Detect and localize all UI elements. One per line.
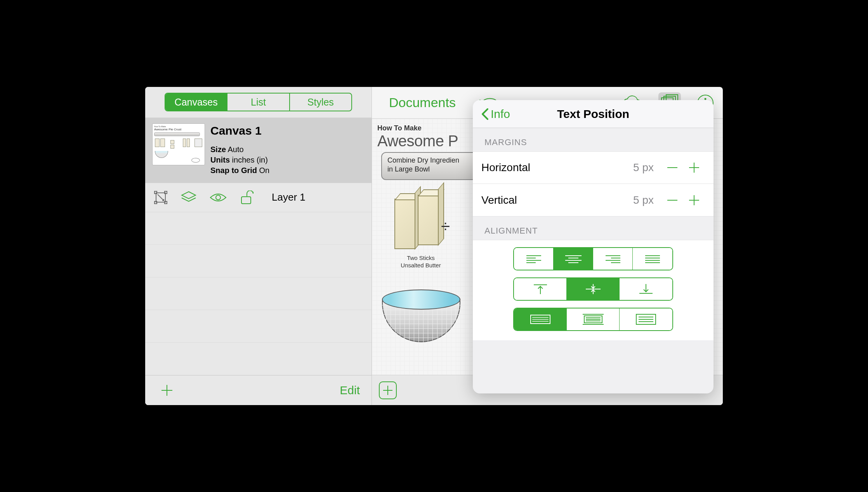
eye-icon[interactable] (210, 192, 227, 203)
vertical-margin-row: Vertical 5 px (473, 184, 713, 217)
svg-rect-8 (241, 197, 251, 204)
textflow-group (513, 308, 673, 331)
documents-button[interactable]: Documents (389, 95, 456, 110)
popover-title: Text Position (557, 107, 629, 121)
text-position-popover: Info Text Position MARGINS Horizontal 5 … (473, 100, 713, 393)
add-shape-button[interactable] (379, 381, 397, 399)
vertical-label: Vertical (481, 194, 633, 206)
popover-arrow (682, 100, 696, 102)
valign-group (513, 277, 673, 301)
edit-button[interactable]: Edit (340, 384, 360, 397)
vertical-decrement[interactable] (661, 194, 683, 207)
empty-rows (145, 212, 372, 375)
sidebar: Canvases List Styles How To Make Awesome… (145, 87, 372, 405)
tab-list[interactable]: List (227, 94, 290, 111)
align-left-button[interactable] (514, 248, 554, 270)
tab-canvases[interactable]: Canvases (165, 94, 227, 111)
overflow-clip-button[interactable] (514, 308, 567, 330)
margins-section-label: MARGINS (473, 128, 713, 151)
svg-line-5 (158, 194, 164, 201)
add-canvas-button[interactable] (160, 383, 174, 397)
layer-name: Layer 1 (272, 191, 306, 203)
main-area: Documents How To Make Awesome P Combine … (372, 87, 723, 405)
halign-group (513, 247, 673, 270)
popover-header: Info Text Position (473, 100, 713, 128)
horizontal-margin-row: Horizontal 5 px (473, 151, 713, 184)
svg-point-17 (705, 98, 707, 100)
svg-marker-6 (182, 192, 196, 199)
alignment-block (473, 240, 713, 340)
horizontal-increment[interactable] (683, 161, 705, 174)
overflow-show-button[interactable] (567, 308, 620, 330)
bowl-shape[interactable] (382, 289, 460, 338)
canvas-row-selected[interactable]: How To Make Awesome Pie Crust Canvas 1 S… (145, 118, 372, 183)
align-justify-button[interactable] (633, 248, 672, 270)
step-text-line2: in Large Bowl (387, 165, 430, 173)
align-center-button[interactable] (554, 248, 593, 270)
selection-box-icon (154, 191, 168, 204)
sidebar-tab-bar: Canvases List Styles (145, 87, 372, 118)
doc-header: How To Make Awesome P (377, 124, 458, 150)
valign-bottom-button[interactable] (620, 278, 672, 300)
vertical-value: 5 px (633, 194, 654, 206)
sidebar-bottom-bar: Edit (145, 375, 372, 405)
divide-symbol: ÷ (441, 217, 450, 236)
layers-icon[interactable] (181, 191, 196, 204)
tab-styles[interactable]: Styles (290, 94, 351, 111)
vertical-increment[interactable] (683, 194, 705, 207)
horizontal-value: 5 px (633, 161, 654, 174)
butter-caption: Two SticksUnsalted Butter (382, 255, 460, 269)
align-right-button[interactable] (593, 248, 633, 270)
canvas-name: Canvas 1 (210, 124, 365, 137)
layer-row[interactable]: Layer 1 (145, 183, 372, 212)
back-label: Info (491, 107, 510, 121)
valign-top-button[interactable] (514, 278, 567, 300)
horizontal-decrement[interactable] (661, 161, 683, 174)
horizontal-label: Horizontal (481, 161, 633, 174)
svg-point-7 (216, 195, 220, 200)
unlock-icon[interactable] (240, 191, 255, 204)
doc-title: Awesome P (377, 132, 458, 150)
step-text-line1: Combine Dry Ingredien (387, 156, 459, 164)
canvas-metadata: Canvas 1 Size Auto Units inches (in) Sna… (210, 123, 365, 176)
canvas-thumbnail: How To Make Awesome Pie Crust (152, 123, 205, 165)
alignment-section-label: ALIGNMENT (473, 217, 713, 240)
back-button[interactable]: Info (481, 107, 510, 121)
valign-middle-button[interactable] (567, 278, 620, 300)
doc-subtitle: How To Make (377, 124, 458, 132)
overflow-resize-button[interactable] (620, 308, 672, 330)
